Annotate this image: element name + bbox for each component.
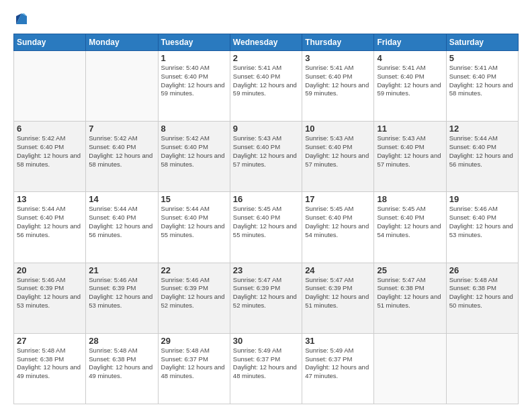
day-cell [374,333,446,404]
week-row-3: 13Sunrise: 5:44 AM Sunset: 6:40 PM Dayli… [14,192,519,263]
day-number: 22 [161,265,227,275]
day-number: 23 [233,265,299,275]
day-info: Sunrise: 5:43 AM Sunset: 6:40 PM Dayligh… [305,134,371,169]
day-info: Sunrise: 5:48 AM Sunset: 6:38 PM Dayligh… [89,347,154,381]
column-header-sunday: Sunday [14,34,86,51]
day-number: 13 [17,194,83,204]
day-number: 6 [17,124,83,134]
day-info: Sunrise: 5:40 AM Sunset: 6:40 PM Dayligh… [161,64,227,98]
page: SundayMondayTuesdayWednesdayThursdayFrid… [0,0,532,411]
day-number: 15 [161,194,227,204]
day-cell: 31Sunrise: 5:49 AM Sunset: 6:37 PM Dayli… [302,333,374,404]
day-info: Sunrise: 5:42 AM Sunset: 6:40 PM Dayligh… [161,134,227,169]
day-cell: 29Sunrise: 5:48 AM Sunset: 6:37 PM Dayli… [158,333,230,404]
day-number: 17 [305,194,371,204]
day-info: Sunrise: 5:41 AM Sunset: 6:40 PM Dayligh… [449,64,515,98]
day-cell: 16Sunrise: 5:45 AM Sunset: 6:40 PM Dayli… [230,192,302,263]
day-cell: 11Sunrise: 5:43 AM Sunset: 6:40 PM Dayli… [374,122,446,192]
day-info: Sunrise: 5:47 AM Sunset: 6:39 PM Dayligh… [233,276,299,310]
day-number: 31 [305,336,371,346]
day-info: Sunrise: 5:46 AM Sunset: 6:39 PM Dayligh… [17,276,83,310]
day-number: 24 [305,265,371,275]
day-cell: 22Sunrise: 5:46 AM Sunset: 6:39 PM Dayli… [158,263,230,333]
day-cell: 9Sunrise: 5:43 AM Sunset: 6:40 PM Daylig… [230,122,302,192]
day-cell: 7Sunrise: 5:42 AM Sunset: 6:40 PM Daylig… [86,122,158,192]
week-row-5: 27Sunrise: 5:48 AM Sunset: 6:38 PM Dayli… [14,333,519,404]
day-info: Sunrise: 5:49 AM Sunset: 6:37 PM Dayligh… [305,347,371,381]
day-info: Sunrise: 5:45 AM Sunset: 6:40 PM Dayligh… [233,205,299,239]
day-info: Sunrise: 5:45 AM Sunset: 6:40 PM Dayligh… [305,205,371,239]
day-info: Sunrise: 5:46 AM Sunset: 6:40 PM Dayligh… [449,205,515,239]
day-cell: 18Sunrise: 5:45 AM Sunset: 6:40 PM Dayli… [374,192,446,263]
week-row-1: 1Sunrise: 5:40 AM Sunset: 6:40 PM Daylig… [14,51,519,122]
day-info: Sunrise: 5:48 AM Sunset: 6:38 PM Dayligh… [449,276,515,310]
day-cell: 13Sunrise: 5:44 AM Sunset: 6:40 PM Dayli… [14,192,86,263]
day-info: Sunrise: 5:42 AM Sunset: 6:40 PM Dayligh… [89,134,154,169]
day-cell: 27Sunrise: 5:48 AM Sunset: 6:38 PM Dayli… [14,333,86,404]
day-info: Sunrise: 5:47 AM Sunset: 6:38 PM Dayligh… [377,276,443,310]
day-info: Sunrise: 5:46 AM Sunset: 6:39 PM Dayligh… [89,276,154,310]
day-number: 10 [305,124,371,134]
day-number: 21 [89,265,154,275]
day-cell: 6Sunrise: 5:42 AM Sunset: 6:40 PM Daylig… [14,122,86,192]
day-number: 2 [233,53,299,63]
day-info: Sunrise: 5:44 AM Sunset: 6:40 PM Dayligh… [17,205,83,239]
day-cell: 10Sunrise: 5:43 AM Sunset: 6:40 PM Dayli… [302,122,374,192]
day-number: 8 [161,124,227,134]
column-header-saturday: Saturday [446,34,518,51]
day-info: Sunrise: 5:44 AM Sunset: 6:40 PM Dayligh… [449,134,515,169]
day-number: 4 [377,53,443,63]
day-info: Sunrise: 5:44 AM Sunset: 6:40 PM Dayligh… [89,205,154,239]
calendar-header-row: SundayMondayTuesdayWednesdayThursdayFrid… [14,34,519,51]
day-number: 16 [233,194,299,204]
day-number: 25 [377,265,443,275]
column-header-monday: Monday [86,34,158,51]
day-cell: 3Sunrise: 5:41 AM Sunset: 6:40 PM Daylig… [302,51,374,122]
day-cell: 28Sunrise: 5:48 AM Sunset: 6:38 PM Dayli… [86,333,158,404]
day-cell: 14Sunrise: 5:44 AM Sunset: 6:40 PM Dayli… [86,192,158,263]
day-number: 26 [449,265,515,275]
day-info: Sunrise: 5:48 AM Sunset: 6:38 PM Dayligh… [17,347,83,381]
day-info: Sunrise: 5:45 AM Sunset: 6:40 PM Dayligh… [377,205,443,239]
day-number: 29 [161,336,227,346]
day-number: 27 [17,336,83,346]
day-info: Sunrise: 5:49 AM Sunset: 6:37 PM Dayligh… [233,347,299,381]
day-info: Sunrise: 5:43 AM Sunset: 6:40 PM Dayligh… [377,134,443,169]
day-number: 5 [449,53,515,63]
day-cell: 8Sunrise: 5:42 AM Sunset: 6:40 PM Daylig… [158,122,230,192]
day-cell: 26Sunrise: 5:48 AM Sunset: 6:38 PM Dayli… [446,263,518,333]
day-info: Sunrise: 5:44 AM Sunset: 6:40 PM Dayligh… [161,205,227,239]
day-cell: 5Sunrise: 5:41 AM Sunset: 6:40 PM Daylig… [446,51,518,122]
day-info: Sunrise: 5:48 AM Sunset: 6:37 PM Dayligh… [161,347,227,381]
day-cell [446,333,518,404]
week-row-2: 6Sunrise: 5:42 AM Sunset: 6:40 PM Daylig… [14,122,519,192]
day-cell: 1Sunrise: 5:40 AM Sunset: 6:40 PM Daylig… [158,51,230,122]
day-cell: 21Sunrise: 5:46 AM Sunset: 6:39 PM Dayli… [86,263,158,333]
day-info: Sunrise: 5:41 AM Sunset: 6:40 PM Dayligh… [305,64,371,98]
day-number: 14 [89,194,154,204]
logo [13,11,32,27]
day-number: 12 [449,124,515,134]
calendar: SundayMondayTuesdayWednesdayThursdayFrid… [13,34,519,404]
day-cell: 15Sunrise: 5:44 AM Sunset: 6:40 PM Dayli… [158,192,230,263]
day-info: Sunrise: 5:43 AM Sunset: 6:40 PM Dayligh… [233,134,299,169]
day-cell: 2Sunrise: 5:41 AM Sunset: 6:40 PM Daylig… [230,51,302,122]
day-number: 11 [377,124,443,134]
day-cell: 30Sunrise: 5:49 AM Sunset: 6:37 PM Dayli… [230,333,302,404]
header [13,11,519,27]
day-number: 18 [377,194,443,204]
day-cell: 23Sunrise: 5:47 AM Sunset: 6:39 PM Dayli… [230,263,302,333]
day-number: 28 [89,336,154,346]
day-number: 19 [449,194,515,204]
day-number: 3 [305,53,371,63]
day-info: Sunrise: 5:47 AM Sunset: 6:39 PM Dayligh… [305,276,371,310]
day-number: 9 [233,124,299,134]
day-number: 7 [89,124,154,134]
day-cell: 17Sunrise: 5:45 AM Sunset: 6:40 PM Dayli… [302,192,374,263]
day-number: 1 [161,53,227,63]
day-number: 30 [233,336,299,346]
column-header-thursday: Thursday [302,34,374,51]
day-info: Sunrise: 5:41 AM Sunset: 6:40 PM Dayligh… [377,64,443,98]
day-info: Sunrise: 5:42 AM Sunset: 6:40 PM Dayligh… [17,134,83,169]
day-cell: 4Sunrise: 5:41 AM Sunset: 6:40 PM Daylig… [374,51,446,122]
